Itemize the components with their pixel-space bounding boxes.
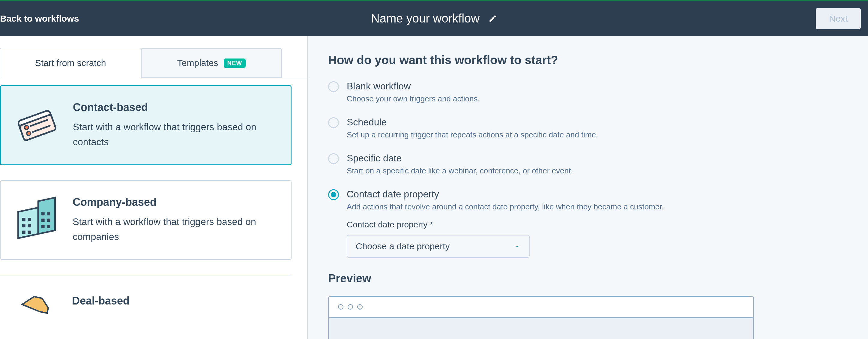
svg-point-4 (26, 131, 31, 136)
window-dot-icon (338, 304, 343, 310)
svg-rect-16 (41, 218, 45, 222)
preview-window-chrome (329, 297, 753, 318)
preview-body (329, 318, 753, 339)
card-title: Deal-based (72, 295, 130, 307)
right-heading: How do you want this workflow to start? (328, 53, 868, 67)
tab-label: Start from scratch (35, 58, 106, 68)
top-bar: Back to workflows Name your workflow Nex… (0, 0, 868, 36)
option-desc: Choose your own triggers and actions. (347, 94, 480, 103)
right-panel: How do you want this workflow to start? … (308, 36, 868, 339)
option-specific-date[interactable]: Specific date Start on a specific date l… (328, 153, 868, 176)
preview-heading: Preview (328, 272, 868, 285)
next-button[interactable]: Next (816, 8, 861, 29)
window-dot-icon (357, 304, 363, 310)
building-icon (12, 196, 61, 244)
option-schedule[interactable]: Schedule Set up a recurring trigger that… (328, 117, 868, 140)
workflow-title[interactable]: Name your workflow (371, 12, 479, 25)
option-desc: Start on a specific date like a webinar,… (347, 166, 573, 176)
card-title: Contact-based (73, 101, 279, 114)
tab-label: Templates (177, 58, 218, 68)
svg-rect-11 (28, 224, 31, 227)
svg-rect-8 (22, 218, 26, 221)
svg-rect-12 (22, 230, 26, 234)
option-title: Blank workflow (347, 81, 480, 92)
card-company-based[interactable]: Company-based Start with a workflow that… (0, 180, 291, 260)
radio-icon[interactable] (328, 117, 339, 128)
pencil-icon[interactable] (489, 14, 497, 23)
tab-start-from-scratch[interactable]: Start from scratch (0, 48, 141, 78)
option-title: Schedule (347, 117, 598, 128)
svg-rect-15 (47, 212, 51, 215)
radio-icon[interactable] (328, 81, 339, 92)
option-desc: Set up a recurring trigger that repeats … (347, 130, 598, 140)
date-property-select[interactable]: Choose a date property (347, 235, 530, 258)
svg-point-2 (24, 125, 29, 130)
option-title: Specific date (347, 153, 573, 164)
option-desc: Add actions that revolve around a contac… (347, 202, 664, 212)
back-link[interactable]: Back to workflows (0, 13, 79, 24)
option-contact-date-property[interactable]: Contact date property Add actions that r… (328, 189, 868, 212)
svg-rect-13 (28, 230, 31, 234)
tab-templates[interactable]: Templates NEW (141, 48, 282, 78)
radio-icon[interactable] (328, 153, 339, 164)
svg-rect-17 (47, 218, 51, 222)
select-placeholder: Choose a date property (356, 241, 450, 251)
card-desc: Start with a workflow that triggers base… (72, 215, 279, 244)
option-title: Contact date property (347, 189, 664, 200)
new-badge: NEW (224, 59, 246, 68)
radio-icon[interactable] (328, 189, 339, 200)
card-desc: Start with a workflow that triggers base… (73, 120, 279, 149)
deal-icon (12, 290, 60, 317)
svg-rect-19 (47, 225, 51, 228)
svg-rect-10 (22, 224, 26, 227)
svg-rect-7 (38, 197, 55, 234)
card-deal-based[interactable]: Deal-based (0, 275, 291, 317)
left-panel: Start from scratch Templates NEW (0, 36, 308, 339)
svg-rect-9 (28, 218, 31, 221)
window-dot-icon (348, 304, 353, 310)
date-property-label: Contact date property * (347, 220, 868, 229)
svg-rect-14 (41, 212, 45, 215)
chevron-down-icon (514, 243, 521, 250)
card-title: Company-based (72, 196, 279, 209)
contact-card-icon (13, 101, 61, 149)
preview-window (328, 296, 754, 339)
option-blank-workflow[interactable]: Blank workflow Choose your own triggers … (328, 81, 868, 103)
card-contact-based[interactable]: Contact-based Start with a workflow that… (0, 85, 291, 165)
svg-rect-18 (41, 225, 45, 228)
